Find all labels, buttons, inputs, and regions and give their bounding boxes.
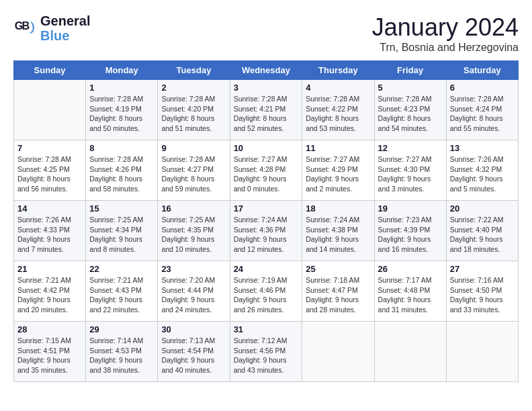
- day-info: Sunrise: 7:14 AMSunset: 4:53 PMDaylight:…: [89, 336, 154, 375]
- calendar-cell: 14Sunrise: 7:26 AMSunset: 4:33 PMDayligh…: [14, 201, 86, 261]
- calendar-cell: 21Sunrise: 7:21 AMSunset: 4:42 PMDayligh…: [14, 261, 86, 322]
- day-info: Sunrise: 7:28 AMSunset: 4:22 PMDaylight:…: [306, 94, 370, 134]
- day-info: Sunrise: 7:23 AMSunset: 4:39 PMDaylight:…: [378, 215, 443, 255]
- day-info: Sunrise: 7:28 AMSunset: 4:26 PMDaylight:…: [89, 154, 154, 194]
- day-number: 17: [234, 203, 299, 214]
- day-number: 11: [306, 143, 370, 153]
- day-number: 25: [306, 264, 370, 274]
- day-number: 19: [378, 203, 443, 214]
- calendar-cell: 13Sunrise: 7:26 AMSunset: 4:32 PMDayligh…: [446, 140, 518, 201]
- day-info: Sunrise: 7:26 AMSunset: 4:33 PMDaylight:…: [17, 215, 82, 255]
- calendar-cell: 23Sunrise: 7:20 AMSunset: 4:44 PMDayligh…: [158, 261, 230, 322]
- weekday-header-monday: Monday: [86, 61, 158, 80]
- day-number: 15: [89, 203, 154, 214]
- day-number: 21: [17, 264, 82, 274]
- weekday-header-sunday: Sunday: [14, 61, 86, 80]
- calendar-cell: 4Sunrise: 7:28 AMSunset: 4:22 PMDaylight…: [302, 80, 374, 140]
- week-row-3: 14Sunrise: 7:26 AMSunset: 4:33 PMDayligh…: [14, 201, 519, 261]
- day-info: Sunrise: 7:28 AMSunset: 4:25 PMDaylight:…: [17, 154, 82, 194]
- day-info: Sunrise: 7:24 AMSunset: 4:36 PMDaylight:…: [234, 215, 299, 255]
- weekday-header-wednesday: Wednesday: [230, 61, 302, 80]
- day-info: Sunrise: 7:15 AMSunset: 4:51 PMDaylight:…: [17, 336, 82, 375]
- day-number: 22: [89, 264, 154, 274]
- day-number: 3: [234, 83, 299, 93]
- day-number: 13: [450, 143, 515, 153]
- day-number: 6: [450, 83, 515, 93]
- day-info: Sunrise: 7:18 AMSunset: 4:47 PMDaylight:…: [306, 275, 370, 315]
- weekday-header-tuesday: Tuesday: [158, 61, 230, 80]
- calendar-cell: [446, 322, 518, 382]
- calendar-table: SundayMondayTuesdayWednesdayThursdayFrid…: [13, 60, 519, 382]
- svg-text:B: B: [22, 19, 30, 32]
- calendar-cell: 9Sunrise: 7:28 AMSunset: 4:27 PMDaylight…: [158, 140, 230, 201]
- day-number: 5: [378, 83, 443, 93]
- day-info: Sunrise: 7:28 AMSunset: 4:19 PMDaylight:…: [89, 94, 154, 134]
- day-info: Sunrise: 7:25 AMSunset: 4:35 PMDaylight:…: [161, 215, 226, 255]
- logo-icon: G B: [13, 16, 38, 40]
- calendar-cell: 11Sunrise: 7:27 AMSunset: 4:29 PMDayligh…: [302, 140, 374, 201]
- week-row-1: 1Sunrise: 7:28 AMSunset: 4:19 PMDaylight…: [14, 80, 519, 140]
- calendar-cell: 26Sunrise: 7:17 AMSunset: 4:48 PMDayligh…: [374, 261, 446, 322]
- calendar-cell: 18Sunrise: 7:24 AMSunset: 4:38 PMDayligh…: [302, 201, 374, 261]
- day-number: 18: [306, 203, 370, 214]
- day-info: Sunrise: 7:24 AMSunset: 4:38 PMDaylight:…: [306, 215, 370, 255]
- calendar-cell: 2Sunrise: 7:28 AMSunset: 4:20 PMDaylight…: [158, 80, 230, 140]
- calendar-cell: 12Sunrise: 7:27 AMSunset: 4:30 PMDayligh…: [374, 140, 446, 201]
- day-info: Sunrise: 7:21 AMSunset: 4:42 PMDaylight:…: [17, 275, 82, 315]
- calendar-cell: 8Sunrise: 7:28 AMSunset: 4:26 PMDaylight…: [86, 140, 158, 201]
- weekday-header-row: SundayMondayTuesdayWednesdayThursdayFrid…: [14, 61, 519, 80]
- day-number: 7: [17, 143, 82, 153]
- calendar-title: January 2024: [372, 13, 519, 42]
- calendar-cell: [14, 80, 86, 140]
- day-info: Sunrise: 7:25 AMSunset: 4:34 PMDaylight:…: [89, 215, 154, 255]
- day-number: 24: [234, 264, 299, 274]
- day-info: Sunrise: 7:28 AMSunset: 4:27 PMDaylight:…: [161, 154, 226, 194]
- calendar-cell: 31Sunrise: 7:12 AMSunset: 4:56 PMDayligh…: [230, 322, 302, 382]
- weekday-header-thursday: Thursday: [302, 61, 374, 80]
- day-number: 26: [378, 264, 443, 274]
- calendar-cell: [374, 322, 446, 382]
- day-number: 30: [161, 324, 226, 334]
- calendar-cell: 17Sunrise: 7:24 AMSunset: 4:36 PMDayligh…: [230, 201, 302, 261]
- day-info: Sunrise: 7:12 AMSunset: 4:56 PMDaylight:…: [234, 336, 299, 375]
- day-number: 10: [234, 143, 299, 153]
- day-number: 20: [450, 203, 515, 214]
- day-info: Sunrise: 7:28 AMSunset: 4:24 PMDaylight:…: [450, 94, 515, 134]
- calendar-cell: 22Sunrise: 7:21 AMSunset: 4:43 PMDayligh…: [86, 261, 158, 322]
- calendar-cell: 16Sunrise: 7:25 AMSunset: 4:35 PMDayligh…: [158, 201, 230, 261]
- week-row-2: 7Sunrise: 7:28 AMSunset: 4:25 PMDaylight…: [14, 140, 519, 201]
- day-number: 27: [450, 264, 515, 274]
- calendar-cell: 10Sunrise: 7:27 AMSunset: 4:28 PMDayligh…: [230, 140, 302, 201]
- week-row-5: 28Sunrise: 7:15 AMSunset: 4:51 PMDayligh…: [14, 322, 519, 382]
- day-number: 16: [161, 203, 226, 214]
- calendar-cell: [302, 322, 374, 382]
- calendar-cell: 30Sunrise: 7:13 AMSunset: 4:54 PMDayligh…: [158, 322, 230, 382]
- calendar-cell: 24Sunrise: 7:19 AMSunset: 4:46 PMDayligh…: [230, 261, 302, 322]
- logo: G B General Blue: [13, 13, 90, 43]
- title-block: January 2024 Trn, Bosnia and Herzegovina: [372, 13, 519, 54]
- day-info: Sunrise: 7:28 AMSunset: 4:20 PMDaylight:…: [161, 94, 226, 134]
- calendar-cell: 5Sunrise: 7:28 AMSunset: 4:23 PMDaylight…: [374, 80, 446, 140]
- calendar-cell: 15Sunrise: 7:25 AMSunset: 4:34 PMDayligh…: [86, 201, 158, 261]
- day-info: Sunrise: 7:27 AMSunset: 4:30 PMDaylight:…: [378, 154, 443, 194]
- calendar-subtitle: Trn, Bosnia and Herzegovina: [372, 42, 519, 54]
- day-info: Sunrise: 7:21 AMSunset: 4:43 PMDaylight:…: [89, 275, 154, 315]
- day-info: Sunrise: 7:27 AMSunset: 4:29 PMDaylight:…: [306, 154, 370, 194]
- logo-line2: Blue: [40, 28, 90, 43]
- calendar-cell: 1Sunrise: 7:28 AMSunset: 4:19 PMDaylight…: [86, 80, 158, 140]
- day-number: 28: [17, 324, 82, 334]
- weekday-header-saturday: Saturday: [446, 61, 518, 80]
- day-info: Sunrise: 7:19 AMSunset: 4:46 PMDaylight:…: [234, 275, 299, 315]
- day-info: Sunrise: 7:22 AMSunset: 4:40 PMDaylight:…: [450, 215, 515, 255]
- day-info: Sunrise: 7:13 AMSunset: 4:54 PMDaylight:…: [161, 336, 226, 375]
- day-info: Sunrise: 7:17 AMSunset: 4:48 PMDaylight:…: [378, 275, 443, 315]
- logo-line1: General: [40, 13, 90, 28]
- calendar-cell: 3Sunrise: 7:28 AMSunset: 4:21 PMDaylight…: [230, 80, 302, 140]
- day-number: 4: [306, 83, 370, 93]
- day-info: Sunrise: 7:20 AMSunset: 4:44 PMDaylight:…: [161, 275, 226, 315]
- day-number: 12: [378, 143, 443, 153]
- day-number: 8: [89, 143, 154, 153]
- day-number: 2: [161, 83, 226, 93]
- calendar-cell: 29Sunrise: 7:14 AMSunset: 4:53 PMDayligh…: [86, 322, 158, 382]
- day-number: 1: [89, 83, 154, 93]
